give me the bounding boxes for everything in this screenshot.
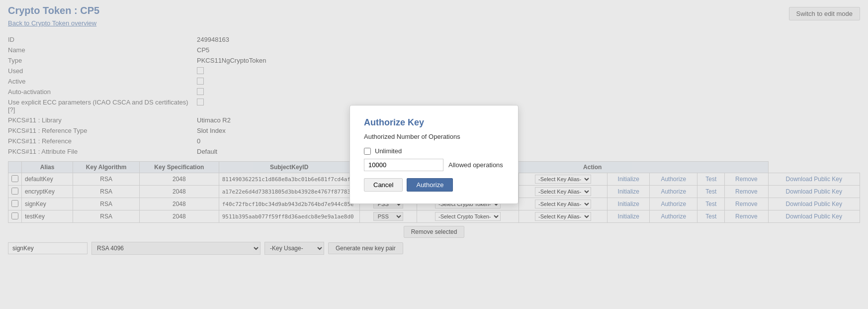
cancel-button[interactable]: Cancel [364,178,403,192]
modal-buttons: Cancel Authorize [364,178,504,192]
modal-unlimited-row: Unlimited [364,147,504,155]
operations-input[interactable] [364,159,443,171]
unlimited-checkbox[interactable] [364,148,371,155]
authorize-button[interactable]: Authorize [407,178,453,192]
authorize-key-modal: Authorize Key Authorized Number of Opera… [349,105,519,204]
allowed-operations-label: Allowed operations [448,161,503,169]
modal-subtitle: Authorized Number of Operations [364,133,504,140]
unlimited-label: Unlimited [375,147,402,155]
modal-operations-row: Allowed operations [364,159,504,171]
modal-title: Authorize Key [364,117,504,128]
modal-overlay: Authorize Key Authorized Number of Opera… [0,0,868,260]
